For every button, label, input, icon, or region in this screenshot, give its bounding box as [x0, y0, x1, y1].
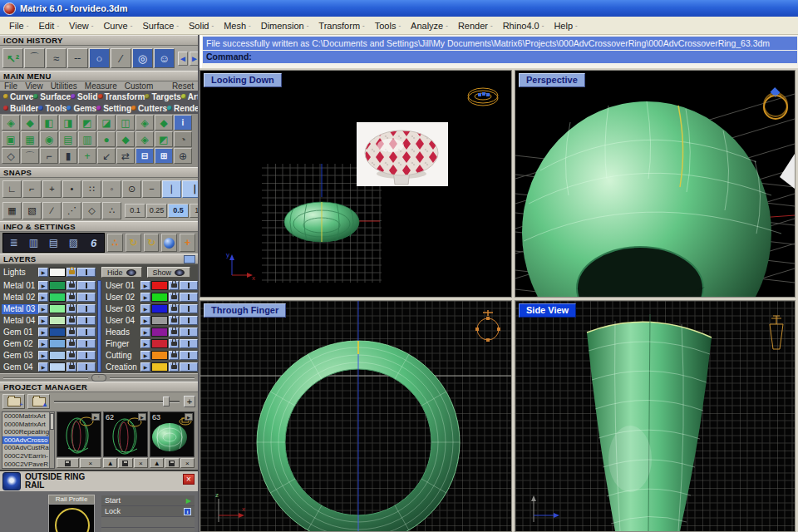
menu-item[interactable]: Mesh ˇ: [218, 19, 255, 32]
render-sphere-icon[interactable]: [161, 234, 177, 252]
transform-tool-icon[interactable]: ⊞: [155, 148, 173, 164]
layer-expand-button[interactable]: ▶: [38, 293, 48, 302]
layer-color-swatch[interactable]: [151, 328, 168, 337]
category-tab[interactable]: Cutters: [131, 104, 167, 113]
layer-color-swatch[interactable]: [151, 351, 168, 360]
layer-expand-button[interactable]: ▶: [140, 339, 150, 348]
surface-tool-icon[interactable]: ◔: [174, 131, 192, 147]
layer-visibility-toggle[interactable]: [77, 339, 96, 348]
snap-increment-button[interactable]: 0.25: [146, 204, 167, 218]
state-menu-button[interactable]: ▶: [138, 413, 146, 421]
transform-tool-icon[interactable]: ⊟: [135, 148, 154, 164]
viewport-through-finger[interactable]: z x Through Finger: [200, 300, 512, 532]
snap-mode-icon[interactable]: ∕: [42, 202, 62, 219]
history-back-button[interactable]: ◄: [178, 52, 188, 66]
layer-color-swatch[interactable]: [49, 304, 66, 313]
layer-expand-button[interactable]: ▶: [38, 281, 48, 290]
transform-tool-icon[interactable]: ⌐: [40, 148, 58, 164]
layer-visibility-toggle[interactable]: [77, 268, 96, 277]
surface-tool-icon[interactable]: ▤: [59, 131, 77, 147]
file-list-scrollbar[interactable]: [49, 412, 54, 468]
surface-tool-icon[interactable]: ◧: [40, 115, 58, 131]
main-menu-utilities[interactable]: Utilities: [51, 81, 77, 91]
layer-expand-button[interactable]: ▶: [38, 268, 48, 277]
viewport-looking-down[interactable]: y x Looking Down: [200, 70, 512, 298]
history-tool-icon[interactable]: ╌: [67, 48, 88, 68]
layer-visibility-toggle[interactable]: [180, 339, 198, 348]
builder-lock-row[interactable]: Lock i: [101, 506, 195, 517]
layer-expand-button[interactable]: ▶: [140, 304, 150, 313]
category-tab[interactable]: Solid: [71, 92, 97, 101]
layer-visibility-toggle[interactable]: [77, 281, 96, 290]
project-file-item[interactable]: 0000MatrixArt: [2, 412, 50, 421]
show-layers-button[interactable]: Show: [147, 267, 191, 278]
layer-lock-icon[interactable]: [169, 339, 179, 348]
menu-item[interactable]: Transform ˇ: [313, 19, 368, 32]
layer-expand-button[interactable]: ▶: [140, 293, 150, 302]
layer-name[interactable]: Metal 03: [2, 304, 38, 314]
layer-lock-icon[interactable]: [169, 328, 179, 337]
menu-item[interactable]: Curve ˇ: [97, 19, 136, 32]
project-file-item[interactable]: 000C2VEarrin-: [2, 452, 50, 461]
layer-visibility-toggle[interactable]: [180, 316, 198, 325]
snap-increment-button[interactable]: 0.5: [168, 204, 189, 218]
layer-expand-button[interactable]: ▶: [38, 316, 48, 325]
layer-expand-button[interactable]: ▶: [38, 362, 48, 372]
layer-name[interactable]: Gem 02: [2, 339, 38, 349]
layer-color-swatch[interactable]: [151, 281, 168, 290]
menu-item[interactable]: Surface ˇ: [136, 19, 183, 32]
state-thumbnail[interactable]: 63 ▶: [150, 411, 195, 457]
layer-name[interactable]: Lights: [2, 268, 38, 278]
layer-lock-icon[interactable]: [169, 316, 179, 325]
restore-state-button[interactable]: ▲: [150, 458, 164, 468]
snap-icon[interactable]: ∟: [2, 180, 22, 198]
surface-tool-icon[interactable]: ▦: [21, 131, 39, 147]
state-thumbnail[interactable]: 62 ▶: [103, 411, 148, 457]
layer-visibility-toggle[interactable]: [180, 304, 198, 313]
layers-scrollbar[interactable]: [97, 280, 101, 372]
layer-color-swatch[interactable]: [49, 293, 66, 302]
snap-icon[interactable]: +: [42, 180, 62, 198]
layer-name[interactable]: Gem 01: [2, 328, 38, 337]
viewport-side-view[interactable]: Side View: [515, 300, 796, 532]
snap-mode-icon[interactable]: ▧: [22, 202, 42, 219]
menu-item[interactable]: Help ˇ: [548, 19, 581, 32]
add-state-button[interactable]: +: [184, 396, 195, 407]
command-prompt[interactable]: Command:: [203, 51, 797, 63]
history-tool-icon[interactable]: ⌒: [24, 48, 45, 68]
history-tool-icon[interactable]: ↖²: [2, 48, 23, 68]
transform-tool-icon[interactable]: ▮: [59, 148, 77, 164]
surface-tool-icon[interactable]: ▣: [2, 131, 20, 147]
layer-stack-icon[interactable]: ≣: [4, 234, 23, 251]
layer-expand-button[interactable]: ▶: [140, 316, 150, 325]
main-menu-measure[interactable]: Measure: [85, 81, 117, 91]
transform-tool-icon[interactable]: ⇄: [116, 148, 135, 164]
layer-name[interactable]: Creation: [104, 362, 140, 372]
snap-icon[interactable]: ⊙: [122, 180, 141, 198]
layer-name[interactable]: Metal 01: [2, 281, 38, 291]
project-file-item[interactable]: 0000Repeating: [2, 428, 50, 436]
snap-icon[interactable]: ∣: [162, 180, 181, 198]
layer-visibility-toggle[interactable]: [180, 293, 198, 302]
notes-icon[interactable]: ▨: [64, 234, 83, 251]
layer-expand-button[interactable]: ▶: [38, 339, 48, 348]
project-file-item[interactable]: 0000MatrixArt: [2, 421, 50, 429]
state-thumbnail[interactable]: ▶: [57, 411, 101, 457]
project-file-item[interactable]: 000AdvCustRa: [2, 444, 50, 452]
menu-item[interactable]: Tools ˇ: [369, 19, 405, 32]
viewport-label[interactable]: Perspective: [519, 73, 585, 87]
layer-name[interactable]: Finger: [104, 339, 140, 349]
category-tab[interactable]: Render: [167, 104, 200, 113]
surface-tool-icon[interactable]: ◈: [2, 115, 20, 131]
layer-name[interactable]: Heads: [104, 328, 140, 337]
history-tool-icon[interactable]: ◎: [132, 48, 153, 68]
surface-tool-icon[interactable]: ◫: [116, 115, 135, 131]
layer-name[interactable]: User 01: [104, 281, 140, 291]
project-file-item[interactable]: 000AdvCrosso: [2, 436, 50, 445]
title-bar[interactable]: Matrix 6.0 - forvideo.3dm: [0, 0, 798, 17]
main-menu-reset-button[interactable]: Reset: [172, 81, 194, 91]
transform-tool-icon[interactable]: ⌒: [21, 148, 39, 164]
matrix6-logo-icon[interactable]: 6: [84, 234, 103, 251]
menu-item[interactable]: Dimension ˇ: [255, 19, 313, 32]
open-project-folder-button[interactable]: +: [2, 394, 25, 409]
